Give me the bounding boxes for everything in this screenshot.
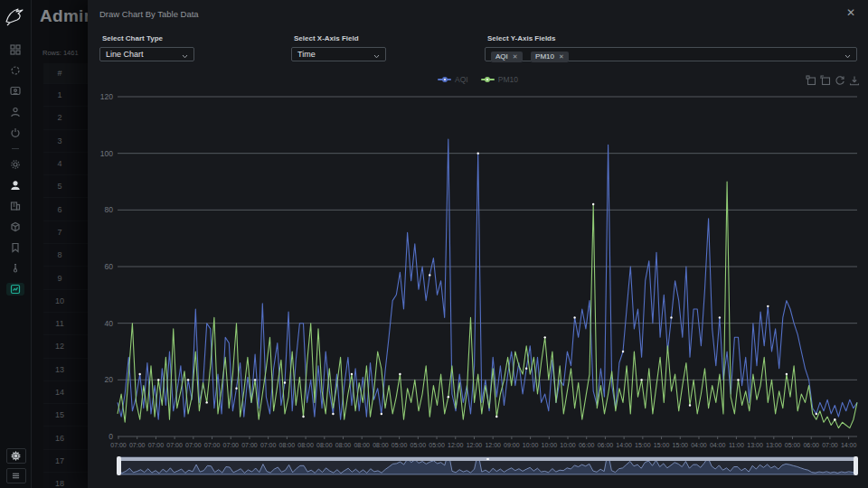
svg-text:04:00: 04:00 (710, 442, 726, 448)
y-axis-field: Select Y-Axis Fields AQI✕ PM10✕ (485, 34, 857, 61)
save-image-icon[interactable] (849, 73, 860, 84)
svg-text:08:00: 08:00 (316, 442, 333, 448)
sidebar-nav (6, 43, 24, 296)
svg-text:07:00: 07:00 (260, 442, 277, 448)
sidebar-item-power-icon[interactable] (6, 127, 24, 139)
sidebar-item-bookmark-icon[interactable] (6, 241, 24, 254)
chip-pm10-label: PM10 (535, 52, 554, 61)
sidebar-item-flask-icon[interactable] (6, 262, 24, 275)
chart-type-label: Select Chart Type (102, 34, 194, 42)
svg-text:100: 100 (100, 149, 113, 158)
chip-aqi[interactable]: AQI✕ (491, 52, 523, 62)
svg-text:06:00: 06:00 (579, 442, 595, 448)
sidebar-item-package-icon[interactable] (6, 221, 24, 233)
datazoom-preview (118, 461, 856, 474)
legend-label-pm10: PM10 (498, 75, 518, 84)
chip-aqi-label: AQI (495, 52, 508, 61)
svg-text:0: 0 (108, 432, 113, 441)
datazoom-slider[interactable] (118, 456, 857, 475)
svg-text:15:00: 15:00 (654, 442, 670, 448)
y-axis-label: Select Y-Axis Fields (487, 34, 857, 42)
svg-text:07:00: 07:00 (185, 442, 202, 448)
datazoom-handle-right[interactable] (854, 456, 858, 475)
chip-pm10[interactable]: PM10✕ (531, 52, 569, 62)
sidebar-item-user-icon[interactable] (6, 106, 24, 118)
svg-text:20: 20 (105, 375, 114, 384)
svg-text:05:00: 05:00 (429, 442, 445, 448)
svg-text:05:00: 05:00 (392, 442, 408, 448)
legend-label-aqi: AQI (455, 75, 468, 84)
datazoom-grip[interactable] (486, 458, 489, 460)
svg-text:40: 40 (105, 319, 114, 328)
chart-type-field: Select Chart Type Line Chart (99, 34, 194, 61)
sidebar-item-settings-ring-icon[interactable] (6, 64, 24, 77)
y-axis-chips: AQI✕ PM10✕ (491, 46, 841, 62)
svg-text:13:00: 13:00 (747, 442, 763, 448)
sidebar-item-chart-active-icon[interactable] (6, 283, 24, 296)
settings-button[interactable] (6, 448, 26, 464)
legend-item-aqi[interactable]: AQI (438, 75, 468, 84)
chip-remove-icon[interactable]: ✕ (559, 53, 564, 61)
svg-text:08:00: 08:00 (279, 442, 296, 448)
sidebar (0, 0, 32, 488)
svg-text:07:00: 07:00 (822, 442, 838, 448)
x-axis-value: Time (297, 50, 370, 59)
svg-text:08:00: 08:00 (354, 442, 370, 448)
logo-bird-icon[interactable] (4, 5, 27, 31)
svg-text:12:00: 12:00 (467, 442, 483, 448)
svg-text:05:00: 05:00 (410, 442, 427, 448)
close-icon[interactable]: ✕ (846, 7, 855, 18)
y-axis-multiselect[interactable]: AQI✕ PM10✕ (485, 47, 857, 61)
zoom-reset-icon[interactable] (820, 73, 831, 84)
chevron-down-icon (844, 46, 851, 62)
svg-text:07:00: 07:00 (241, 442, 258, 448)
svg-text:13:00: 13:00 (766, 442, 782, 448)
svg-text:05:00: 05:00 (785, 442, 801, 448)
svg-text:04:00: 04:00 (691, 442, 707, 448)
svg-text:10:00: 10:00 (542, 442, 558, 448)
sidebar-item-user-filled-icon[interactable] (6, 179, 24, 192)
x-axis-field: Select X-Axis Field Time (291, 34, 386, 61)
x-axis-select[interactable]: Time (291, 47, 386, 61)
svg-text:11:00: 11:00 (729, 442, 744, 448)
svg-text:06:00: 06:00 (598, 442, 614, 448)
chevron-down-icon (373, 46, 380, 62)
svg-text:07:00: 07:00 (222, 442, 239, 448)
legend-marker-aqi (438, 76, 451, 83)
chart-type-select[interactable]: Line Chart (99, 47, 194, 61)
svg-text:07:00: 07:00 (166, 442, 183, 448)
svg-text:14:00: 14:00 (841, 442, 857, 448)
zoom-select-icon[interactable] (806, 73, 816, 84)
svg-text:06:00: 06:00 (803, 442, 819, 448)
datazoom-handle-left[interactable] (117, 456, 121, 475)
line-chart[interactable]: 02040608010012007:0007:0007:0007:0007:00… (88, 77, 868, 455)
svg-text:07:00: 07:00 (110, 442, 127, 448)
sidebar-item-dashboard-grid-icon[interactable] (6, 43, 24, 56)
sidebar-item-user-monitor-icon[interactable] (6, 85, 24, 98)
sidebar-item-bank-icon[interactable] (6, 200, 24, 212)
svg-text:07:00: 07:00 (129, 442, 146, 448)
svg-text:12:00: 12:00 (485, 442, 501, 448)
svg-text:120: 120 (100, 92, 113, 101)
chart-toolbox (806, 73, 860, 84)
svg-text:60: 60 (105, 262, 114, 271)
svg-text:15:00: 15:00 (635, 442, 651, 448)
svg-text:12:00: 12:00 (448, 442, 464, 448)
svg-text:15:00: 15:00 (673, 442, 689, 448)
svg-text:14:00: 14:00 (616, 442, 632, 448)
chart-type-value: Line Chart (106, 50, 178, 59)
legend-item-pm10[interactable]: PM10 (481, 75, 518, 84)
chart-legend: AQI PM10 (88, 75, 868, 84)
svg-text:10:00: 10:00 (523, 442, 539, 448)
restore-icon[interactable] (835, 73, 845, 84)
svg-text:07:00: 07:00 (204, 442, 221, 448)
x-axis-label: Select X-Axis Field (294, 34, 386, 42)
sidebar-item-gear-icon[interactable] (6, 158, 24, 171)
menu-button[interactable] (6, 468, 26, 483)
svg-text:08:00: 08:00 (297, 442, 314, 448)
svg-text:80: 80 (105, 205, 114, 214)
legend-marker-pm10 (481, 76, 495, 83)
sidebar-divider (12, 148, 19, 149)
chip-remove-icon[interactable]: ✕ (513, 53, 518, 61)
svg-text:08:00: 08:00 (335, 442, 352, 448)
